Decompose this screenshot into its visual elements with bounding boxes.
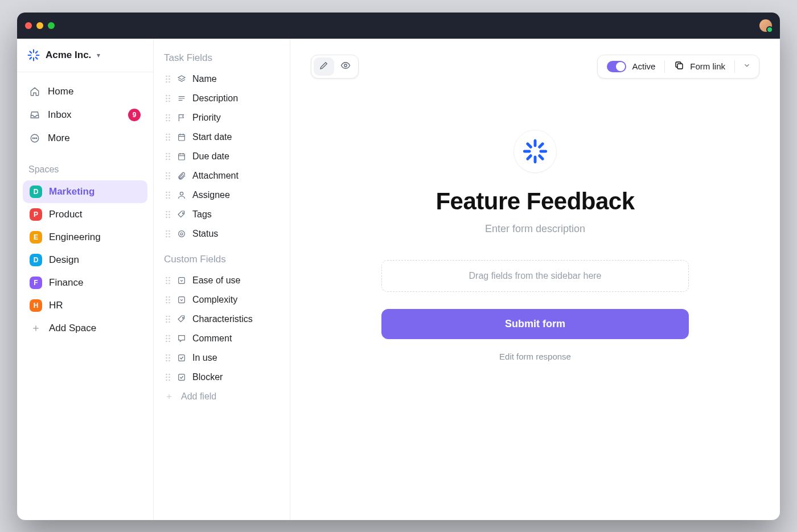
svg-rect-89 [179, 277, 185, 283]
field-label: In use [192, 353, 217, 363]
add-space-button[interactable]: Add Space [23, 317, 147, 340]
nav-more[interactable]: More [23, 127, 147, 150]
svg-point-62 [169, 191, 170, 193]
field-label: Name [192, 74, 217, 84]
svg-point-108 [166, 340, 167, 342]
custom-field-in-use[interactable]: In use [161, 348, 286, 368]
form-title-input[interactable]: Feature Feedback [436, 188, 634, 215]
form-status-bar: Active Form link [597, 55, 759, 79]
svg-point-119 [166, 376, 167, 378]
edit-mode-button[interactable] [314, 57, 334, 76]
user-avatar[interactable] [759, 19, 772, 32]
drag-handle-icon[interactable] [165, 75, 171, 83]
chevron-down-icon [743, 61, 751, 71]
task-fields-header: Task Fields [164, 52, 283, 64]
workspace-switcher[interactable]: Acme Inc. ▾ [17, 39, 153, 72]
drag-handle-icon[interactable] [165, 230, 171, 238]
svg-point-117 [166, 373, 167, 375]
svg-point-31 [166, 117, 167, 118]
svg-point-92 [166, 299, 167, 300]
form-logo[interactable] [513, 130, 557, 173]
svg-point-9 [32, 138, 34, 139]
svg-point-39 [166, 139, 167, 141]
form-description-input[interactable]: Enter form description [485, 223, 585, 235]
task-field-priority[interactable]: Priority [161, 108, 286, 127]
drag-handle-icon[interactable] [165, 94, 171, 102]
space-product[interactable]: PProduct [23, 203, 147, 226]
drag-handle-icon[interactable] [165, 296, 171, 304]
drag-handle-icon[interactable] [165, 354, 171, 362]
svg-point-104 [166, 335, 167, 336]
svg-point-71 [169, 213, 170, 215]
drag-handle-icon[interactable] [165, 114, 171, 122]
drag-handle-icon[interactable] [165, 335, 171, 343]
drag-handle-icon[interactable] [165, 172, 171, 180]
close-window-button[interactable] [25, 22, 32, 29]
space-label: Product [49, 209, 83, 220]
space-finance[interactable]: FFinance [23, 271, 147, 294]
maximize-window-button[interactable] [48, 22, 55, 29]
calendar-icon [176, 152, 187, 161]
custom-field-ease-of-use[interactable]: Ease of use [161, 271, 286, 290]
drag-handle-icon[interactable] [165, 315, 171, 323]
task-field-start-date[interactable]: Start date [161, 127, 286, 147]
custom-field-blocker[interactable]: Blocker [161, 368, 286, 387]
task-field-name[interactable]: Name [161, 69, 286, 89]
task-field-description[interactable]: Description [161, 89, 286, 108]
svg-line-132 [528, 143, 531, 146]
svg-point-36 [169, 133, 170, 135]
nav-home[interactable]: Home [23, 80, 147, 103]
svg-point-112 [166, 357, 167, 358]
fields-dropzone[interactable]: Drag fields from the sidebar here [381, 260, 689, 292]
svg-point-101 [166, 321, 167, 323]
svg-point-65 [166, 197, 167, 199]
task-field-tags[interactable]: Tags [161, 205, 286, 224]
minimize-window-button[interactable] [36, 22, 43, 29]
drag-handle-icon[interactable] [165, 373, 171, 381]
field-label: Blocker [192, 372, 223, 382]
task-field-attachment[interactable]: Attachment [161, 166, 286, 185]
svg-point-10 [34, 138, 35, 139]
space-engineering[interactable]: EEngineering [23, 226, 147, 249]
svg-rect-116 [179, 354, 185, 361]
custom-field-characteristics[interactable]: Characteristics [161, 310, 286, 329]
edit-form-response-link[interactable]: Edit form response [499, 352, 571, 361]
space-marketing[interactable]: DMarketing [23, 180, 147, 203]
nav-inbox-label: Inbox [48, 109, 72, 121]
add-field-button[interactable]: Add field [161, 387, 286, 406]
svg-point-22 [166, 97, 167, 99]
svg-point-91 [169, 296, 170, 298]
drag-handle-icon[interactable] [165, 152, 171, 160]
space-badge-icon: P [30, 208, 42, 221]
form-options-menu[interactable] [735, 61, 759, 72]
pencil-icon [319, 60, 329, 73]
drag-handle-icon[interactable] [165, 277, 171, 284]
svg-point-105 [169, 335, 170, 336]
field-label: Start date [192, 132, 232, 142]
svg-point-69 [169, 211, 170, 212]
custom-field-comment[interactable]: Comment [161, 329, 286, 348]
custom-field-complexity[interactable]: Complexity [161, 290, 286, 310]
form-link-button[interactable]: Form link [665, 55, 734, 78]
svg-point-86 [169, 279, 170, 281]
svg-point-56 [169, 172, 170, 174]
space-design[interactable]: DDesign [23, 249, 147, 271]
drag-handle-icon[interactable] [165, 191, 171, 199]
drag-handle-icon[interactable] [165, 133, 171, 141]
form-link-label: Form link [690, 61, 725, 71]
nav-inbox[interactable]: Inbox 9 [23, 103, 147, 127]
plus-icon [165, 393, 175, 401]
tag-icon [176, 210, 187, 219]
svg-point-68 [166, 211, 167, 212]
drag-handle-icon[interactable] [165, 211, 171, 218]
preview-mode-button[interactable] [335, 57, 356, 76]
checkbox-icon [176, 373, 187, 382]
task-field-assignee[interactable]: Assignee [161, 185, 286, 205]
space-badge-icon: D [30, 254, 42, 266]
submit-form-button[interactable]: Submit form [381, 309, 689, 339]
task-field-status[interactable]: Status [161, 224, 286, 244]
space-hr[interactable]: HHR [23, 294, 147, 317]
active-toggle[interactable]: Active [598, 55, 664, 78]
task-field-due-date[interactable]: Due date [161, 147, 286, 166]
person-icon [176, 191, 187, 200]
